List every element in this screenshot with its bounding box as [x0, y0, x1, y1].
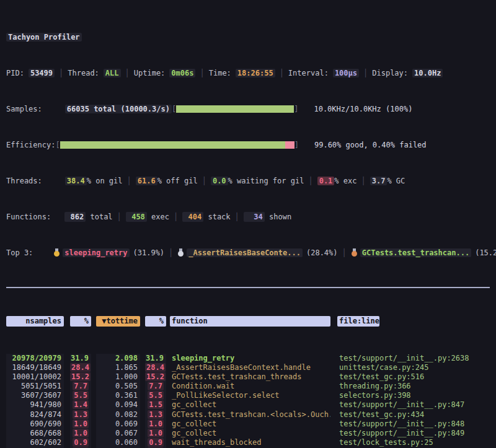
table-row[interactable]: 10001/1000215.21.00015.2GCTests.test_tra… [6, 372, 490, 382]
stat-value: 862 [64, 212, 86, 222]
pid-value: 53499 [29, 69, 55, 77]
functions-stats: 862 total│458 exec│404 stack│34 shown [64, 213, 291, 221]
divider [6, 287, 490, 288]
bar-open-bracket: [ [55, 141, 60, 149]
header-cell-file-line[interactable]: file:line [337, 316, 379, 327]
separator: │ [275, 69, 288, 77]
pct-value: 1.0 [73, 419, 89, 428]
top3-pct: (15.2%) [475, 248, 496, 257]
function-cell: GCTests.test_trashcan.<locals>.Ouch.... [170, 410, 330, 419]
fileline-cell: test/lock_tests.py:25 [337, 438, 490, 447]
table-row[interactable]: 602/6020.90.0600.9wait_threads_blockedte… [6, 438, 490, 447]
top3-name: GCTests.test_trashcan... [360, 248, 471, 257]
nsamples-cell: 20978/20979 [6, 354, 64, 363]
pct-value: 1.3 [73, 410, 89, 419]
cum-pct-cell: 7.7 [145, 382, 166, 391]
header-cell-nsamples[interactable]: nsamples [6, 316, 64, 327]
table-row[interactable]: 690/6901.00.0691.0gc_collecttest/support… [6, 419, 490, 429]
top3-label: Top 3: [6, 248, 33, 257]
time-value: 18:26:55 [236, 69, 275, 77]
pct-value: 15.2 [145, 372, 166, 381]
pct-value: 1.0 [73, 429, 89, 437]
table-header: nsamples%▼tottime%functionfile:line [6, 316, 490, 327]
separator: │ [304, 177, 317, 185]
direct-pct-cell: 28.4 [70, 363, 91, 372]
pid-label: PID: [6, 69, 24, 77]
table-row[interactable]: 18649/1864928.41.86528.4_AssertRaisesBas… [6, 363, 490, 372]
table-row[interactable]: 5051/50517.70.5057.7Condition.waitthread… [6, 382, 490, 391]
direct-pct-cell: 7.7 [70, 382, 91, 391]
uptime-label: Uptime: [134, 69, 166, 77]
pct-value: 7.7 [73, 382, 89, 390]
stat-suffix: shown [265, 213, 291, 221]
pct-value: 15.2 [70, 372, 91, 381]
function-cell: wait_threads_blocked [170, 438, 330, 447]
stat-suffix: % on gil [87, 177, 123, 185]
table-row[interactable]: 824/8741.30.0821.3GCTests.test_trashcan.… [6, 410, 490, 419]
pct-value: 28.4 [145, 363, 166, 372]
efficiency-line: Efficiency:[]99.60% good, 0.40% failed [6, 140, 490, 150]
function-cell: Condition.wait [170, 382, 330, 391]
efficiency-summary: 99.60% good, 0.40% failed [314, 141, 427, 149]
separator: │ [123, 177, 136, 185]
stat-value: 0.1 [317, 177, 335, 185]
stat-suffix: stack [203, 213, 230, 221]
app-title: Tachyon Profiler [6, 33, 82, 42]
table-row[interactable]: 941/9801.40.0941.5gc_collecttest/support… [6, 400, 490, 410]
cum-pct-cell: 1.3 [145, 410, 166, 419]
nsamples-cell: 941/980 [6, 400, 64, 410]
pct-value: 5.5 [148, 391, 164, 400]
tottime-cell: 0.361 [96, 391, 140, 400]
direct-pct-cell: 1.0 [70, 429, 91, 438]
stat-value: 34 [244, 212, 265, 222]
functions-label: Functions: [6, 213, 51, 221]
header-cell-direct-pct[interactable]: % [70, 316, 91, 327]
cum-pct-cell: 0.9 [145, 438, 166, 447]
separator: │ [113, 213, 126, 221]
direct-pct-cell: 15.2 [70, 372, 91, 382]
fileline-cell: test/support/__init__.py:849 [337, 429, 490, 438]
efficiency-progress-bar [60, 141, 294, 149]
tottime-cell: 0.060 [96, 438, 140, 447]
stat-value: 404 [182, 212, 203, 222]
cum-pct-cell: 31.9 [145, 354, 166, 363]
pct-value: 31.9 [71, 354, 89, 362]
display-label: Display: [372, 69, 408, 77]
separator: │ [169, 213, 182, 221]
table-row[interactable]: 3607/36075.50.3615.5_PollLikeSelector.se… [6, 391, 490, 400]
stat-value: 61.6 [136, 177, 157, 185]
separator: │ [359, 69, 372, 77]
samples-progress-bar [176, 105, 294, 113]
fileline-cell: test/support/__init__.py:847 [337, 400, 490, 410]
interval-value: 100µs [333, 69, 359, 77]
samples-total: 66035 total (10000.3/s) [65, 105, 172, 113]
fileline-cell: test/support/__init__.py:848 [337, 419, 490, 429]
cum-pct-cell: 1.5 [145, 400, 166, 410]
separator: │ [198, 177, 211, 185]
header-cell-cum-pct[interactable]: % [145, 316, 166, 327]
function-cell: gc_collect [170, 400, 330, 410]
time-label: Time: [209, 69, 231, 77]
tottime-cell: 2.098 [96, 354, 140, 363]
table-row[interactable]: 20978/2097931.92.09831.9sleeping_retryte… [6, 354, 490, 363]
pct-value: 28.4 [70, 363, 91, 372]
thread-value[interactable]: ALL [104, 69, 121, 77]
threads-line: Threads:38.4% on gil│61.6% off gil│0.0% … [6, 176, 490, 186]
fileline-cell: threading.py:366 [337, 382, 490, 391]
cum-pct-cell: 5.5 [145, 391, 166, 400]
cum-pct-cell: 1.0 [145, 419, 166, 429]
cum-pct-cell: 15.2 [145, 372, 166, 382]
header-cell-function[interactable]: function [170, 316, 330, 327]
pct-value: 1.3 [148, 410, 164, 419]
efficiency-label: Efficiency: [6, 141, 55, 149]
stat-suffix: total [86, 213, 112, 221]
header-cell-tottime[interactable]: ▼tottime [96, 316, 140, 327]
table-row[interactable]: 668/6681.00.0671.0gc_collecttest/support… [6, 429, 490, 438]
gold-medal-icon [53, 248, 60, 257]
table-body: 20978/2097931.92.09831.9sleeping_retryte… [6, 354, 490, 448]
pct-value: 1.0 [148, 429, 164, 437]
stat-suffix: % GC [387, 177, 405, 185]
top3-name: _AssertRaisesBaseConte... [187, 248, 303, 257]
pct-value: 7.7 [148, 382, 164, 390]
direct-pct-cell: 0.9 [70, 438, 91, 447]
